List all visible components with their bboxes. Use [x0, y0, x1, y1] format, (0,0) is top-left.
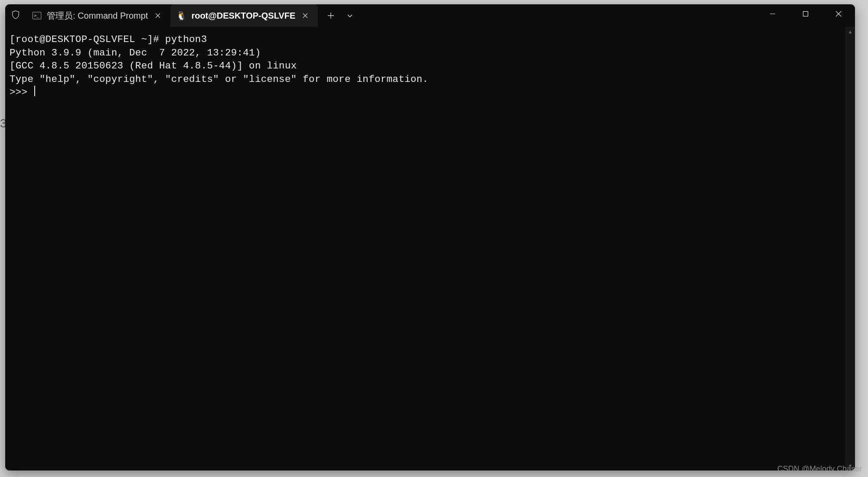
linux-icon: 🐧: [176, 11, 186, 20]
terminal-body: [root@DESKTOP-QSLVFEL ~]# python3 Python…: [5, 27, 855, 471]
titlebar: >_ 管理员: Command Prompt 🐧 root@DESKTOP-QS…: [5, 4, 855, 27]
svg-rect-2: [803, 12, 808, 16]
terminal-window: >_ 管理员: Command Prompt 🐧 root@DESKTOP-QS…: [5, 4, 855, 471]
tab-label: root@DESKTOP-QSLVFE: [191, 11, 295, 21]
shield-icon: [11, 10, 20, 21]
new-tab-area: [318, 4, 359, 27]
tab-label: 管理员: Command Prompt: [47, 10, 148, 22]
terminal-prompt: >>>: [10, 87, 33, 98]
tab-command-prompt[interactable]: >_ 管理员: Command Prompt: [26, 4, 170, 27]
terminal-line: [root@DESKTOP-QSLVFEL ~]# python3: [10, 34, 207, 45]
scroll-up-icon[interactable]: ▲: [845, 27, 855, 36]
terminal-line: [GCC 4.8.5 20150623 (Red Hat 4.8.5-44)] …: [10, 60, 297, 71]
vertical-scrollbar[interactable]: ▲ ▼: [845, 27, 855, 471]
minimize-button[interactable]: [756, 4, 789, 23]
text-cursor: [34, 86, 35, 96]
cmd-icon: >_: [32, 11, 42, 20]
new-tab-button[interactable]: [321, 6, 340, 25]
window-controls: [756, 4, 855, 23]
tab-close-button[interactable]: [300, 10, 311, 21]
shield-icon-wrap: [5, 4, 26, 27]
terminal-output[interactable]: [root@DESKTOP-QSLVFEL ~]# python3 Python…: [5, 27, 845, 471]
svg-text:>_: >_: [34, 13, 39, 18]
close-button[interactable]: [822, 4, 855, 23]
tab-dropdown-button[interactable]: [340, 6, 359, 25]
maximize-button[interactable]: [789, 4, 822, 23]
terminal-line: Python 3.9.9 (main, Dec 7 2022, 13:29:41…: [10, 47, 261, 58]
tab-linux-root[interactable]: 🐧 root@DESKTOP-QSLVFE: [170, 4, 318, 27]
tab-close-button[interactable]: [152, 10, 163, 21]
terminal-line: Type "help", "copyright", "credits" or "…: [10, 74, 428, 85]
watermark-text: CSDN @Melody Chaser: [777, 464, 862, 474]
